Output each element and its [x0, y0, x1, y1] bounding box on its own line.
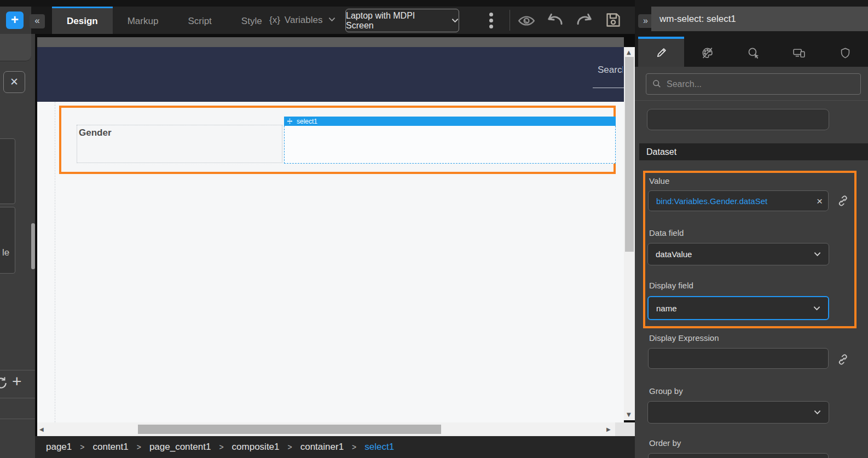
property-search-input[interactable] — [667, 79, 847, 89]
scroll-left-arrow[interactable]: ◀ — [39, 426, 44, 432]
select1-widget[interactable]: select1 — [284, 117, 616, 164]
breadcrumb: page1 > content1 > page_content1 > compo… — [35, 436, 635, 458]
display-field-value: name — [656, 304, 677, 313]
move-icon — [287, 118, 293, 124]
scroll-up-arrow[interactable]: ▲ — [627, 49, 631, 55]
navbar-search-underline — [593, 88, 624, 88]
divider — [0, 370, 36, 370]
undo-icon[interactable] — [546, 12, 564, 28]
breadcrumb-separator: > — [288, 443, 292, 451]
bind-link-icon[interactable] — [836, 353, 849, 366]
pencil-icon — [655, 47, 668, 59]
scroll-down-arrow[interactable]: ▼ — [627, 411, 631, 418]
palette-icon — [701, 46, 714, 60]
tab-design[interactable]: Design — [52, 7, 113, 34]
chevron-down-icon — [814, 410, 821, 415]
variables-menu[interactable]: {x} Variables — [269, 7, 322, 34]
breadcrumb-item-content1[interactable]: content1 — [92, 442, 128, 453]
inspector-panel: » wm-select: select1 — [635, 0, 868, 458]
toolbar-divider — [510, 10, 510, 31]
value-field[interactable]: bind:Variables.Gender.dataSet × — [648, 190, 829, 211]
editor-tabs: Design Markup Script Style — [52, 7, 277, 34]
expand-panel-button[interactable]: » — [638, 14, 653, 28]
add-item-icon[interactable]: + — [12, 372, 22, 391]
breadcrumb-item-page1[interactable]: page1 — [46, 442, 72, 453]
sidebar-scrollbar-thumb[interactable] — [31, 223, 35, 269]
value-binding-text: bind:Variables.Gender.dataSet — [656, 196, 817, 206]
clear-binding-icon[interactable]: × — [817, 196, 823, 206]
display-field-select[interactable]: name — [647, 296, 829, 320]
inspector-tabs — [635, 37, 868, 67]
inspector-title: wm-select: select1 — [651, 7, 868, 31]
data-field-select[interactable]: dataValue — [647, 243, 829, 265]
tab-devices[interactable] — [776, 37, 822, 67]
shield-icon — [839, 47, 852, 60]
breadcrumb-item-composite1[interactable]: composite1 — [232, 442, 280, 453]
breadcrumb-separator: > — [219, 443, 223, 451]
tab-events[interactable] — [730, 37, 776, 67]
breadcrumb-separator: > — [80, 443, 84, 451]
save-icon[interactable] — [604, 11, 622, 29]
unlabeled-input[interactable] — [647, 109, 829, 130]
breadcrumb-item-container1[interactable]: container1 — [300, 442, 344, 453]
gender-label-widget[interactable]: Gender — [77, 125, 282, 163]
chevron-down-icon — [452, 18, 459, 23]
widget-palette-item[interactable] — [0, 138, 15, 204]
widget-palette-item[interactable] — [0, 207, 15, 274]
variables-label: Variables — [285, 15, 323, 26]
clipped-label: le — [2, 247, 9, 258]
tab-script[interactable]: Script — [173, 7, 226, 34]
redo-icon[interactable] — [576, 12, 593, 28]
display-field-label: Display field — [649, 281, 693, 290]
devices-icon — [792, 46, 807, 60]
scrollbar-corner — [615, 422, 635, 436]
variables-icon: {x} — [269, 15, 280, 26]
select1-widget-body[interactable] — [284, 126, 616, 164]
preview-eye-icon[interactable] — [517, 15, 536, 27]
container-dashed-edge — [55, 102, 55, 422]
tab-markup[interactable]: Markup — [113, 7, 173, 34]
studio-window: + « Design Markup Script Style {x} Varia… — [0, 0, 868, 458]
device-preview-value: Laptop with MDPI Screen — [346, 11, 445, 31]
property-search[interactable] — [646, 73, 861, 95]
breadcrumb-item-page-content1[interactable]: page_content1 — [149, 442, 211, 453]
display-expression-field[interactable] — [648, 348, 829, 369]
breadcrumb-separator: > — [352, 443, 356, 451]
data-field-label: Data field — [649, 228, 684, 237]
navbar-search-text: Search — [598, 65, 623, 76]
divider — [635, 100, 868, 101]
close-panel-button[interactable]: ✕ — [3, 71, 25, 93]
tab-properties[interactable] — [638, 37, 684, 67]
dataset-section-header[interactable]: Dataset — [639, 143, 868, 160]
refresh-icon[interactable] — [0, 376, 8, 390]
canvas-top-strip — [37, 37, 624, 47]
vertical-scrollbar-thumb[interactable] — [625, 57, 634, 252]
data-field-value: dataValue — [656, 250, 692, 259]
chevron-down-icon — [814, 252, 821, 257]
sidebar-top-block — [0, 34, 31, 61]
add-widget-button[interactable]: + — [6, 11, 24, 29]
divider — [0, 419, 36, 419]
variables-chevron-icon[interactable] — [328, 17, 335, 22]
search-icon — [652, 79, 662, 89]
breadcrumb-item-select1[interactable]: select1 — [364, 442, 394, 453]
gender-label-text: Gender — [79, 127, 112, 138]
bind-link-icon[interactable] — [836, 194, 849, 207]
more-options-button[interactable] — [487, 13, 495, 28]
order-by-label: Order by — [649, 438, 681, 448]
device-preview-select[interactable]: Laptop with MDPI Screen — [345, 9, 459, 32]
collapse-left-panel-button[interactable]: « — [30, 14, 45, 28]
tab-security[interactable] — [822, 37, 868, 67]
chevron-down-icon — [813, 306, 820, 311]
value-label: Value — [649, 176, 669, 185]
left-sidebar: ✕ le + — [0, 34, 36, 458]
order-by-field[interactable] — [648, 453, 829, 458]
select1-widget-header[interactable]: select1 — [284, 117, 616, 126]
group-by-select[interactable] — [647, 401, 829, 424]
divider — [0, 398, 36, 398]
scroll-right-arrow[interactable]: ▶ — [606, 426, 611, 432]
tab-styles[interactable] — [684, 37, 730, 67]
display-expression-label: Display Expression — [649, 333, 719, 343]
inspect-cursor-icon — [747, 46, 760, 60]
horizontal-scrollbar-thumb[interactable] — [138, 425, 441, 434]
